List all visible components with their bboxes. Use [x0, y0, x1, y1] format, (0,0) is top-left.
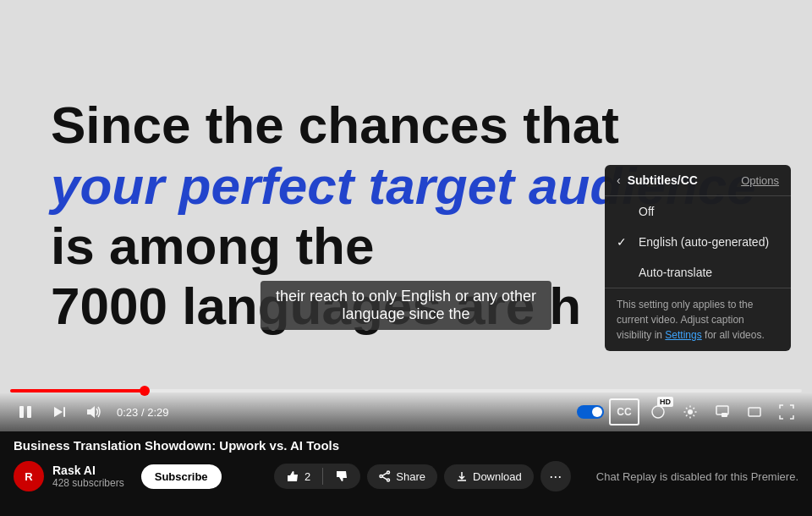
toggle-track[interactable] [577, 405, 604, 419]
settings-link[interactable]: Settings [665, 329, 701, 341]
options-link[interactable]: Options [741, 174, 779, 187]
dislike-button[interactable] [323, 464, 360, 489]
next-button[interactable] [46, 398, 73, 425]
svg-rect-9 [749, 408, 760, 416]
subtitle-bar: their reach to only English or any other… [261, 281, 551, 330]
svg-line-13 [382, 473, 387, 475]
caption-english-item[interactable]: ✓ English (auto-generated) [605, 227, 791, 257]
download-button[interactable]: Download [444, 464, 534, 489]
right-controls: CC HD [577, 398, 800, 425]
cc-button[interactable]: CC [609, 398, 639, 425]
english-checkmark: ✓ [617, 235, 630, 249]
like-button[interactable]: 2 [274, 464, 322, 489]
bottom-bar: Business Translation Showdown: Upwork vs… [0, 431, 812, 516]
controls-bar: 0:23 / 2:29 CC HD [0, 392, 812, 431]
caption-autotranslate-item[interactable]: Auto-translate [605, 257, 791, 288]
caption-english-label: English (auto-generated) [639, 235, 779, 249]
headline-text-1: Since the chances that [51, 96, 619, 154]
channel-avatar[interactable]: R [14, 461, 44, 491]
video-wrapper: Since the chances that your perfect targ… [0, 0, 812, 431]
back-arrow-icon[interactable]: ‹ [617, 173, 621, 187]
svg-point-10 [387, 471, 390, 474]
subtitles-popup-header: ‹ Subtitles/CC Options [605, 165, 791, 196]
settings-button[interactable] [677, 398, 704, 425]
channel-row: R Rask AI 428 subscribers Subscribe 2 [14, 461, 798, 491]
svg-rect-0 [19, 406, 24, 418]
toggle-thumb [592, 407, 602, 417]
like-dislike-group: 2 [274, 464, 360, 489]
time-display: 0:23 / 2:29 [117, 406, 168, 419]
svg-rect-8 [721, 413, 727, 417]
quality-button[interactable]: HD [645, 398, 672, 425]
popup-note: This setting only applies to the current… [605, 288, 791, 351]
chat-replay-message: Chat Replay is disabled for this Premier… [596, 470, 798, 483]
video-title-row: Business Translation Showdown: Upwork vs… [14, 438, 798, 453]
subtitles-popup: ‹ Subtitles/CC Options Off ✓ English (au… [605, 165, 791, 351]
subscriber-count: 428 subscribers [52, 477, 124, 489]
svg-point-5 [652, 406, 664, 418]
hd-badge: HD [657, 397, 673, 407]
subtitle-text: their reach to only English or any other… [276, 288, 536, 322]
svg-rect-3 [63, 407, 65, 417]
fullscreen-button[interactable] [773, 398, 800, 425]
more-button[interactable]: ··· [540, 461, 571, 491]
share-label: Share [396, 470, 425, 483]
share-button[interactable]: Share [367, 464, 437, 489]
svg-line-14 [382, 477, 387, 480]
miniplayer-button[interactable] [709, 398, 736, 425]
svg-point-11 [387, 479, 390, 481]
play-button[interactable] [12, 398, 39, 425]
headline-text-2: is among the [51, 217, 374, 275]
like-count: 2 [304, 470, 310, 483]
svg-marker-2 [54, 407, 63, 417]
download-label: Download [473, 470, 522, 483]
volume-button[interactable] [80, 398, 107, 425]
subscribe-button[interactable]: Subscribe [141, 464, 222, 489]
caption-off-item[interactable]: Off [605, 196, 791, 227]
svg-point-12 [380, 475, 382, 478]
svg-rect-1 [27, 406, 31, 418]
video-title: Business Translation Showdown: Upwork vs… [14, 438, 339, 453]
channel-name[interactable]: Rask AI [52, 464, 124, 477]
svg-point-6 [688, 409, 693, 414]
caption-off-label: Off [639, 205, 779, 218]
captions-toggle[interactable] [577, 405, 604, 419]
popup-title: Subtitles/CC [628, 173, 698, 187]
more-icon: ··· [549, 468, 562, 486]
channel-info: Rask AI 428 subscribers [52, 464, 124, 489]
action-buttons: 2 Share [274, 461, 571, 491]
theater-button[interactable] [741, 398, 768, 425]
svg-marker-4 [87, 406, 95, 418]
caption-autotranslate-label: Auto-translate [639, 266, 779, 279]
